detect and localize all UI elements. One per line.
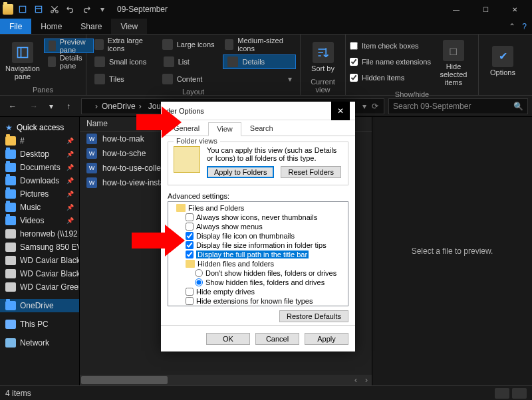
checkbox-input[interactable] bbox=[186, 232, 194, 240]
tree-item-10[interactable]: Hide folder merge conflicts bbox=[170, 306, 346, 306]
sidebar-item-11[interactable]: WD Caviar Greer📌 bbox=[0, 280, 79, 294]
sidebar-item-3[interactable]: Downloads📌 bbox=[0, 174, 79, 187]
nav-back-button[interactable]: ← bbox=[4, 98, 21, 114]
tree-item-6[interactable]: Don't show hidden files, folders or driv… bbox=[170, 268, 346, 278]
layout-list[interactable]: List bbox=[160, 54, 223, 69]
sidebar-item-9[interactable]: WD Caviar Black📌 bbox=[0, 254, 79, 267]
checkbox-input[interactable] bbox=[186, 223, 194, 231]
chk-hidden-items[interactable]: Hidden items bbox=[350, 70, 431, 85]
sidebar-network[interactable]: Network bbox=[0, 336, 79, 350]
status-view-thumbs-icon[interactable] bbox=[512, 388, 527, 399]
scroll-left-icon[interactable]: ‹ bbox=[350, 375, 361, 385]
dialog-tab-search[interactable]: Search bbox=[241, 122, 282, 136]
tree-item-9[interactable]: Hide extensions for known file types bbox=[170, 296, 346, 306]
minimize-button[interactable]: — bbox=[442, 0, 471, 19]
navigation-pane-button[interactable]: Navigation pane bbox=[4, 37, 41, 84]
sort-by-button[interactable]: Sort by bbox=[305, 37, 341, 76]
apply-to-folders-button[interactable]: Apply to Folders bbox=[207, 166, 274, 178]
reset-folders-button[interactable]: Reset Folders bbox=[281, 166, 340, 178]
tree-item-7[interactable]: Show hidden files, folders and drives bbox=[170, 278, 346, 287]
address-dropdown-icon[interactable]: ▾ bbox=[362, 102, 366, 111]
dialog-titlebar[interactable]: der Options ✕ bbox=[161, 102, 355, 120]
sidebar-item-8[interactable]: Samsung 850 EV📌 bbox=[0, 241, 79, 254]
sidebar-item-1[interactable]: Desktop📌 bbox=[0, 148, 79, 161]
qat-cut-icon[interactable] bbox=[48, 3, 61, 16]
checkbox-input[interactable] bbox=[186, 288, 194, 296]
layout-md-icons[interactable]: Medium-sized icons bbox=[221, 37, 296, 52]
tree-item-8[interactable]: Hide empty drives bbox=[170, 287, 346, 296]
ribbon-group-layout: Layout bbox=[90, 86, 296, 96]
layout-lg-icons[interactable]: Large icons bbox=[158, 37, 221, 52]
layout-details[interactable]: Details bbox=[223, 54, 296, 69]
sidebar-item-2[interactable]: Documents📌 bbox=[0, 161, 79, 174]
ok-button[interactable]: OK bbox=[206, 333, 250, 345]
nav-recent-dropdown[interactable]: ▾ bbox=[47, 98, 56, 114]
sidebar-item-6[interactable]: Videos📌 bbox=[0, 214, 79, 227]
tree-item-label: Always show icons, never thumbnails bbox=[196, 213, 317, 221]
status-view-details-icon[interactable] bbox=[495, 388, 509, 399]
sidebar-item-4[interactable]: Pictures📌 bbox=[0, 187, 79, 201]
sidebar-item-label: Documents bbox=[20, 163, 61, 172]
tree-item-3[interactable]: Display file size information in folder … bbox=[170, 241, 346, 250]
sidebar-item-10[interactable]: WD Caviar Black📌 bbox=[0, 267, 79, 280]
sidebar-thispc[interactable]: This PC bbox=[0, 318, 79, 331]
tab-view[interactable]: View bbox=[111, 19, 147, 34]
qat-undo-icon[interactable] bbox=[64, 3, 77, 16]
tab-file[interactable]: File bbox=[0, 19, 31, 34]
crumb-0[interactable]: OneDrive bbox=[99, 102, 144, 111]
hide-selected-button[interactable]: ◻ Hide selected items bbox=[434, 37, 473, 89]
chk-file-extensions[interactable]: File name extensions bbox=[350, 54, 431, 69]
sidebar-item-7[interactable]: heronweb (\\192📌 bbox=[0, 227, 79, 241]
qat-redo-icon[interactable] bbox=[80, 3, 93, 16]
tab-share[interactable]: Share bbox=[71, 19, 111, 34]
tree-item-0[interactable]: Always show icons, never thumbnails bbox=[170, 213, 346, 222]
layout-sm-icons[interactable]: Small icons bbox=[90, 54, 160, 69]
tree-item-4[interactable]: Display the full path in the title bar bbox=[170, 250, 346, 259]
scrollbar-thumb[interactable] bbox=[81, 376, 168, 384]
dialog-tab-view[interactable]: View bbox=[208, 122, 241, 136]
cancel-button[interactable]: Cancel bbox=[255, 333, 299, 345]
drive-icon bbox=[5, 229, 16, 239]
checkbox-input[interactable] bbox=[186, 213, 194, 221]
scroll-right-icon[interactable]: › bbox=[361, 375, 372, 385]
layout-content[interactable]: Content bbox=[158, 72, 221, 86]
tree-item-2[interactable]: Display file icon on thumbnails bbox=[170, 231, 346, 241]
checkbox-input[interactable] bbox=[186, 241, 194, 249]
tree-item-label: Display file size information in folder … bbox=[196, 241, 327, 249]
sidebar-item-5[interactable]: Music📌 bbox=[0, 201, 79, 214]
sidebar-item-0[interactable]: #📌 bbox=[0, 134, 79, 148]
horizontal-scrollbar[interactable]: ‹› bbox=[80, 375, 372, 385]
layout-tiles[interactable]: Tiles bbox=[90, 72, 158, 86]
dialog-close-button[interactable]: ✕ bbox=[331, 102, 350, 120]
search-input[interactable]: Search 09-September 🔍 bbox=[388, 98, 528, 114]
help-icon[interactable]: ? bbox=[522, 22, 527, 31]
chk-item-checkboxes[interactable]: Item check boxes bbox=[350, 39, 431, 53]
qat-pin-icon[interactable] bbox=[16, 3, 29, 16]
address-refresh-icon[interactable]: ⟳ bbox=[372, 102, 378, 111]
ribbon-collapse-icon[interactable]: ⌃ bbox=[509, 22, 515, 31]
layout-xl-icons[interactable]: Extra large icons bbox=[90, 37, 158, 52]
checkbox-input[interactable] bbox=[186, 297, 194, 305]
radio-input[interactable] bbox=[195, 278, 203, 286]
title-bar: ▾ 09-September — ☐ ✕ bbox=[0, 0, 532, 19]
maximize-button[interactable]: ☐ bbox=[471, 0, 500, 19]
qat-dropdown-icon[interactable]: ▾ bbox=[96, 3, 109, 16]
close-button[interactable]: ✕ bbox=[500, 0, 529, 19]
nav-forward-button[interactable]: → bbox=[25, 98, 43, 114]
tab-home[interactable]: Home bbox=[31, 19, 71, 34]
sidebar-quickaccess[interactable]: ★Quick access bbox=[0, 121, 79, 134]
nav-sidebar: ★Quick access #📌Desktop📌Documents📌Downlo… bbox=[0, 117, 80, 385]
qat-properties-icon[interactable] bbox=[32, 3, 45, 16]
tree-item-1[interactable]: Always show menus bbox=[170, 222, 346, 231]
options-button[interactable]: ✔ Options bbox=[483, 37, 523, 84]
restore-defaults-button[interactable]: Restore Defaults bbox=[279, 310, 348, 322]
sidebar-onedrive[interactable]: OneDrive bbox=[0, 299, 79, 312]
apply-button[interactable]: Apply bbox=[305, 333, 348, 345]
hide-icon: ◻ bbox=[443, 40, 464, 61]
radio-input[interactable] bbox=[195, 269, 203, 277]
advanced-settings-tree[interactable]: Files and Folders Always show icons, nev… bbox=[168, 201, 348, 306]
layout-more-icon[interactable]: ▾ bbox=[221, 72, 296, 86]
tree-item-5[interactable]: Hidden files and folders bbox=[170, 259, 346, 268]
nav-up-button[interactable]: ↑ bbox=[60, 98, 77, 114]
checkbox-input[interactable] bbox=[186, 250, 194, 258]
